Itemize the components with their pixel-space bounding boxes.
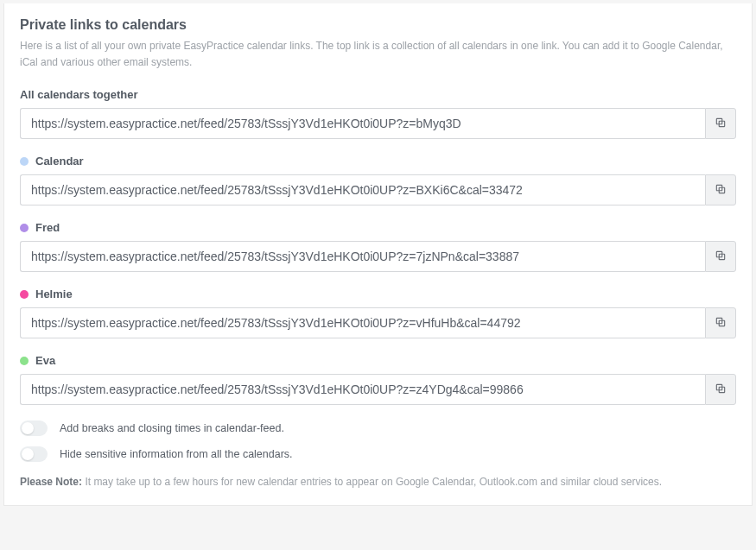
calendar-row: Calendar	[20, 155, 736, 205]
copy-button[interactable]	[705, 307, 736, 338]
calendar-url-input[interactable]	[20, 174, 705, 205]
calendar-url-input-all[interactable]	[20, 108, 705, 139]
toggle-row: Add breaks and closing times in calendar…	[20, 420, 736, 436]
calendar-label: Fred	[35, 221, 60, 234]
calendar-color-dot	[20, 357, 29, 365]
calendar-color-dot	[20, 290, 29, 299]
copy-icon	[715, 382, 727, 397]
calendar-label: Helmie	[35, 288, 73, 300]
calendar-url-input[interactable]	[20, 374, 705, 405]
copy-button[interactable]	[705, 241, 736, 272]
private-links-panel: Private links to calendars Here is a lis…	[3, 3, 753, 506]
toggle-label: Hide sensitive information from all the …	[60, 448, 293, 460]
note-body: It may take up to a few hours for new ca…	[85, 476, 662, 488]
calendar-url-input[interactable]	[20, 307, 705, 338]
toggle-row: Hide sensitive information from all the …	[20, 446, 736, 462]
calendar-row: Helmie	[20, 288, 736, 338]
calendar-color-dot	[20, 224, 29, 232]
copy-icon	[715, 117, 727, 131]
copy-icon	[715, 250, 727, 264]
calendar-row: Eva	[20, 354, 736, 405]
toggle-label: Add breaks and closing times in calendar…	[60, 422, 284, 434]
page-description: Here is a list of all your own private E…	[20, 38, 736, 71]
calendar-label: Eva	[35, 354, 55, 367]
copy-icon	[715, 183, 727, 198]
calendar-row: Fred	[20, 221, 736, 272]
note-lead: Please Note:	[20, 476, 82, 488]
toggle-switch[interactable]	[20, 446, 48, 462]
calendar-row-all: All calendars together	[20, 88, 736, 139]
copy-button[interactable]	[705, 108, 736, 139]
page-title: Private links to calendars	[20, 17, 736, 33]
toggle-switch[interactable]	[20, 420, 48, 436]
calendar-color-dot	[20, 157, 29, 166]
footer-note: Please Note: It may take up to a few hou…	[20, 476, 736, 488]
copy-button[interactable]	[705, 374, 736, 405]
calendar-url-input[interactable]	[20, 241, 705, 272]
copy-button[interactable]	[705, 174, 736, 205]
calendar-label-all: All calendars together	[20, 88, 138, 101]
calendar-label: Calendar	[35, 155, 84, 168]
copy-icon	[715, 316, 727, 331]
